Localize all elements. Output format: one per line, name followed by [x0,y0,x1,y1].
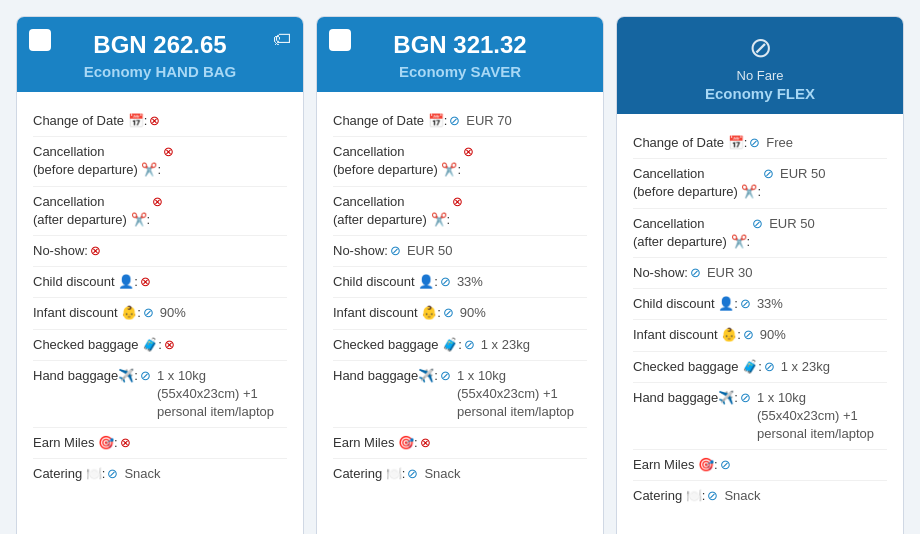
feature-value: EUR 30 [707,264,753,282]
feature-label: Cancellation(after departure) ✂️: [633,215,750,251]
feature-label: Cancellation(before departure) ✂️: [33,143,161,179]
card-title: Economy SAVER [333,63,587,80]
feature-value: 1 x 23kg [481,336,530,354]
card-saver: BGN 321.32Economy SAVERChange of Date 📅:… [316,16,604,534]
feature-label: No-show: [333,242,388,260]
card-header-flex: ⊘No FareEconomy FLEX [617,17,903,114]
card-body-saver: Change of Date 📅: ⊘ EUR 70Cancellation(b… [317,92,603,526]
feature-value: EUR 50 [769,215,815,233]
feature-label: Child discount 👤: [33,273,138,291]
feature-value: EUR 70 [466,112,512,130]
feature-row: Hand baggage✈️: ⊘ 1 x 10kg (55x40x23cm) … [333,361,587,429]
card-price: BGN 321.32 [333,31,587,59]
cross-icon: ⊗ [140,273,151,291]
check-icon: ⊘ [140,367,151,385]
card-select-checkbox[interactable] [29,29,51,51]
check-icon: ⊘ [740,295,751,313]
feature-label: Hand baggage✈️: [33,367,138,385]
feature-row: Catering 🍽️: ⊘ Snack [633,481,887,511]
check-icon: ⊘ [407,465,418,483]
card-select-checkbox[interactable] [329,29,351,51]
check-icon: ⊘ [720,456,731,474]
feature-row: Catering 🍽️: ⊘ Snack [333,459,587,489]
card-body-flex: Change of Date 📅: ⊘ FreeCancellation(bef… [617,114,903,526]
feature-label: Earn Miles 🎯: [333,434,418,452]
fare-cards-container: 🏷BGN 262.65Economy HAND BAGChange of Dat… [16,16,904,534]
feature-row: Hand baggage✈️: ⊘ 1 x 10kg (55x40x23cm) … [633,383,887,451]
feature-row: Child discount 👤: ⊘ 33% [633,289,887,320]
card-flex: ⊘No FareEconomy FLEXChange of Date 📅: ⊘ … [616,16,904,534]
cross-icon: ⊗ [152,193,163,211]
feature-label: Child discount 👤: [333,273,438,291]
check-icon: ⊘ [764,358,775,376]
check-icon: ⊘ [107,465,118,483]
feature-label: Infant discount 👶: [33,304,141,322]
feature-label: Cancellation(before departure) ✂️: [333,143,461,179]
feature-value: 33% [457,273,483,291]
cross-icon: ⊗ [120,434,131,452]
cross-icon: ⊗ [164,336,175,354]
cross-icon: ⊗ [163,143,174,161]
feature-row: Change of Date 📅: ⊗ [33,106,287,137]
feature-value: Snack [124,465,160,483]
feature-label: Hand baggage✈️: [333,367,438,385]
card-price: BGN 262.65 [33,31,287,59]
feature-label: Checked baggage 🧳: [633,358,762,376]
feature-value: 1 x 10kg (55x40x23cm) +1 personal item/l… [157,367,287,422]
feature-label: Change of Date 📅: [333,112,447,130]
feature-label: Infant discount 👶: [633,326,741,344]
feature-label: Cancellation(after departure) ✂️: [33,193,150,229]
card-header-saver: BGN 321.32Economy SAVER [317,17,603,92]
check-icon: ⊘ [707,487,718,505]
feature-label: Cancellation(before departure) ✂️: [633,165,761,201]
feature-row: Infant discount 👶: ⊘ 90% [333,298,587,329]
feature-row: Change of Date 📅: ⊘ EUR 70 [333,106,587,137]
feature-row: Infant discount 👶: ⊘ 90% [33,298,287,329]
feature-row: No-show: ⊗ [33,236,287,267]
check-icon: ⊘ [464,336,475,354]
feature-label: Infant discount 👶: [333,304,441,322]
feature-value: 90% [760,326,786,344]
feature-value: 90% [460,304,486,322]
feature-value: 1 x 23kg [781,358,830,376]
feature-label: Child discount 👤: [633,295,738,313]
feature-row: Change of Date 📅: ⊘ Free [633,128,887,159]
card-header-hand-bag: 🏷BGN 262.65Economy HAND BAG [17,17,303,92]
card-title: Economy FLEX [633,85,887,102]
cross-icon: ⊗ [149,112,160,130]
feature-value: Free [766,134,793,152]
feature-row: Cancellation(before departure) ✂️: ⊗ [33,137,287,186]
feature-row: Earn Miles 🎯: ⊗ [333,428,587,459]
tag-icon: 🏷 [273,29,291,50]
feature-row: Earn Miles 🎯: ⊗ [33,428,287,459]
feature-value: EUR 50 [407,242,453,260]
feature-label: Change of Date 📅: [633,134,747,152]
check-icon: ⊘ [390,242,401,260]
feature-row: Child discount 👤: ⊗ [33,267,287,298]
feature-label: Checked baggage 🧳: [333,336,462,354]
feature-row: Catering 🍽️: ⊘ Snack [33,459,287,489]
cross-icon: ⊗ [90,242,101,260]
feature-label: Catering 🍽️: [33,465,105,483]
feature-label: Hand baggage✈️: [633,389,738,407]
feature-label: Earn Miles 🎯: [33,434,118,452]
feature-value: 33% [757,295,783,313]
feature-row: Checked baggage 🧳: ⊘ 1 x 23kg [333,330,587,361]
check-icon: ⊘ [743,326,754,344]
feature-label: Catering 🍽️: [333,465,405,483]
check-icon: ⊘ [443,304,454,322]
feature-label: Catering 🍽️: [633,487,705,505]
no-fare-label: No Fare [633,68,887,83]
no-fare-icon: ⊘ [633,31,887,64]
check-icon: ⊘ [749,134,760,152]
check-icon: ⊘ [143,304,154,322]
feature-row: Cancellation(after departure) ✂️: ⊗ [333,187,587,236]
feature-label: Checked baggage 🧳: [33,336,162,354]
feature-row: No-show: ⊘ EUR 50 [333,236,587,267]
feature-row: Hand baggage✈️: ⊘ 1 x 10kg (55x40x23cm) … [33,361,287,429]
cross-icon: ⊗ [420,434,431,452]
check-icon: ⊘ [440,367,451,385]
check-icon: ⊘ [440,273,451,291]
feature-value: 1 x 10kg (55x40x23cm) +1 personal item/l… [757,389,887,444]
feature-row: No-show: ⊘ EUR 30 [633,258,887,289]
